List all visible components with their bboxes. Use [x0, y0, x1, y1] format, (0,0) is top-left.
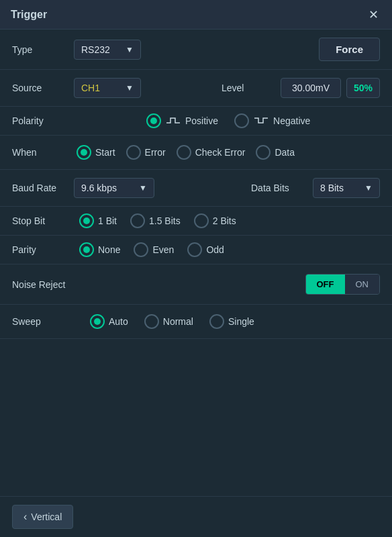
- when-data-label: Data: [275, 147, 295, 158]
- type-row: Type RS232 ▼ Force: [0, 30, 392, 70]
- source-left: Source CH1 ▼: [12, 78, 141, 98]
- baud-label: Baud Rate: [12, 183, 66, 193]
- percent-button[interactable]: 50%: [346, 78, 380, 98]
- sweep-row: Sweep Auto Normal Single: [0, 305, 392, 339]
- stopbit-2bits-label: 2 Bits: [213, 215, 236, 226]
- stopbit-options: 1 Bit 1.5 Bits 2 Bits: [79, 213, 380, 228]
- polarity-positive-radio[interactable]: [146, 113, 161, 128]
- polarity-options: Positive Negative: [146, 113, 310, 128]
- polarity-negative-label: Negative: [273, 115, 310, 126]
- baud-dropdown[interactable]: 9.6 kbps ▼: [74, 178, 154, 198]
- level-label: Level: [222, 83, 275, 93]
- type-left: Type RS232 ▼: [12, 40, 141, 60]
- parity-odd-radio[interactable]: [187, 242, 202, 257]
- when-start[interactable]: Start: [77, 145, 115, 160]
- parity-none[interactable]: None: [79, 242, 120, 257]
- databits-label: Data Bits: [251, 183, 305, 193]
- when-error-radio[interactable]: [126, 145, 141, 160]
- when-error[interactable]: Error: [126, 145, 166, 160]
- when-error-label: Error: [145, 147, 166, 158]
- bottom-bar: ‹ Vertical: [0, 496, 392, 537]
- parity-even[interactable]: Even: [134, 242, 174, 257]
- parity-none-label: None: [98, 244, 120, 255]
- parity-odd-label: Odd: [206, 244, 224, 255]
- sweep-normal-label: Normal: [163, 316, 193, 327]
- type-value: RS232: [81, 44, 110, 55]
- polarity-negative-radio[interactable]: [234, 113, 249, 128]
- polarity-positive-label: Positive: [185, 115, 218, 126]
- parity-even-radio[interactable]: [134, 242, 148, 257]
- parity-label: Parity: [12, 244, 66, 255]
- type-label: Type: [12, 44, 66, 55]
- polarity-positive[interactable]: Positive: [146, 113, 218, 128]
- noise-toggle[interactable]: OFF ON: [305, 274, 381, 295]
- parity-none-indicator: [83, 246, 90, 253]
- baud-row: Baud Rate 9.6 kbps ▼ Data Bits 8 Bits ▼: [0, 170, 392, 207]
- stopbit-1-5bits-radio[interactable]: [130, 213, 145, 228]
- baud-value: 9.6 kbps: [81, 183, 117, 193]
- sweep-single-radio[interactable]: [209, 314, 224, 329]
- when-label: When: [12, 147, 66, 158]
- stopbit-1bit[interactable]: 1 Bit: [79, 213, 117, 228]
- title-bar: Trigger ✕: [0, 0, 392, 30]
- when-checkerror-radio[interactable]: [177, 145, 191, 160]
- when-checkerror-label: Check Error: [195, 147, 246, 158]
- baud-dropdown-arrow: ▼: [139, 183, 147, 193]
- source-label: Source: [12, 83, 66, 93]
- when-data-radio[interactable]: [256, 145, 271, 160]
- source-value: CH1: [81, 83, 100, 93]
- close-button[interactable]: ✕: [365, 7, 381, 23]
- force-button[interactable]: Force: [319, 38, 380, 61]
- sweep-single-label: Single: [228, 316, 254, 327]
- sweep-normal-radio[interactable]: [144, 314, 159, 329]
- sweep-auto-radio[interactable]: [90, 314, 105, 329]
- stopbit-1bit-label: 1 Bit: [98, 215, 117, 226]
- type-dropdown[interactable]: RS232 ▼: [74, 40, 141, 60]
- level-group: Level 30.00mV 50%: [222, 78, 380, 98]
- sweep-options: Auto Normal Single: [90, 314, 380, 329]
- type-dropdown-arrow: ▼: [126, 45, 134, 54]
- polarity-label: Polarity: [12, 115, 66, 126]
- parity-row: Parity None Even Odd: [0, 236, 392, 264]
- noise-label: Noise Reject: [12, 279, 66, 290]
- negative-pulse-icon: [254, 115, 268, 126]
- stopbit-2bits-radio[interactable]: [194, 213, 209, 228]
- noise-row: Noise Reject OFF ON: [0, 264, 392, 305]
- polarity-positive-indicator: [150, 117, 157, 124]
- toggle-off-button[interactable]: OFF: [306, 275, 345, 294]
- vertical-arrow-icon: ‹: [23, 511, 27, 523]
- vertical-button[interactable]: ‹ Vertical: [12, 505, 73, 529]
- when-options: Start Error Check Error Data: [77, 145, 380, 160]
- source-dropdown-arrow: ▼: [126, 83, 134, 93]
- databits-dropdown[interactable]: 8 Bits ▼: [313, 178, 380, 198]
- level-input[interactable]: 30.00mV: [281, 78, 341, 98]
- panel-title: Trigger: [11, 9, 47, 21]
- stopbit-label: Stop Bit: [12, 215, 66, 226]
- when-data[interactable]: Data: [256, 145, 295, 160]
- databits-dropdown-arrow: ▼: [364, 183, 373, 193]
- polarity-row: Polarity Positive Negative: [0, 107, 392, 136]
- toggle-on-button[interactable]: ON: [345, 275, 380, 294]
- vertical-label: Vertical: [31, 511, 62, 522]
- when-row: When Start Error Check Error Data: [0, 136, 392, 170]
- databits-value: 8 Bits: [320, 183, 344, 193]
- stopbit-1-5bits-label: 1.5 Bits: [149, 215, 181, 226]
- stopbit-1bit-indicator: [83, 217, 90, 224]
- when-start-radio[interactable]: [77, 145, 91, 160]
- stopbit-2bits[interactable]: 2 Bits: [194, 213, 236, 228]
- sweep-single[interactable]: Single: [209, 314, 254, 329]
- sweep-auto-label: Auto: [109, 316, 128, 327]
- parity-even-label: Even: [152, 244, 174, 255]
- parity-none-radio[interactable]: [79, 242, 94, 257]
- when-checkerror[interactable]: Check Error: [177, 145, 246, 160]
- stopbit-1bit-radio[interactable]: [79, 213, 94, 228]
- sweep-normal[interactable]: Normal: [144, 314, 193, 329]
- source-dropdown[interactable]: CH1 ▼: [74, 78, 141, 98]
- sweep-auto[interactable]: Auto: [90, 314, 128, 329]
- positive-pulse-icon: [166, 115, 180, 126]
- polarity-negative[interactable]: Negative: [234, 113, 310, 128]
- trigger-panel: Trigger ✕ Type RS232 ▼ Force Source CH1 …: [0, 0, 392, 537]
- parity-options: None Even Odd: [79, 242, 380, 257]
- stopbit-1-5bits[interactable]: 1.5 Bits: [130, 213, 181, 228]
- parity-odd[interactable]: Odd: [187, 242, 224, 257]
